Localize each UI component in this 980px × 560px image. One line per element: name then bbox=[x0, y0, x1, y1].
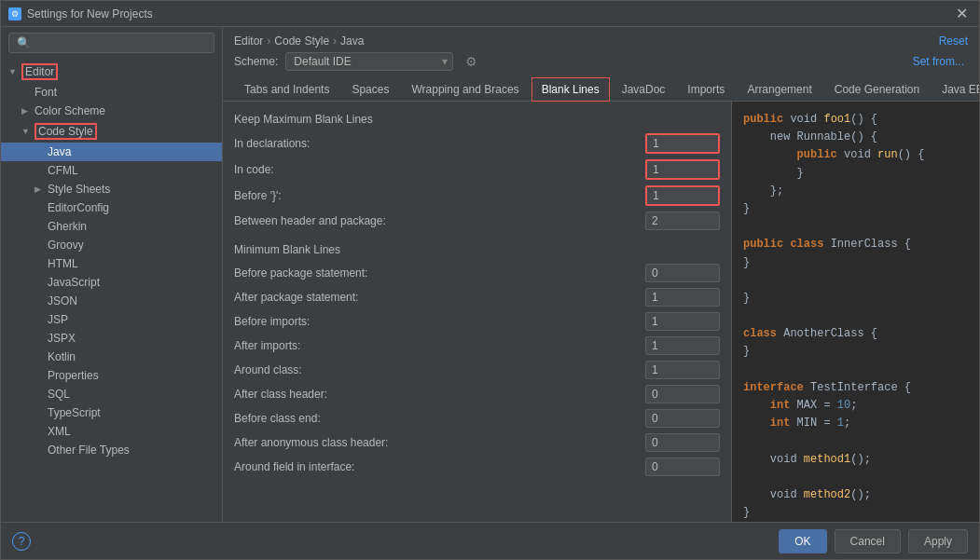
sidebar-item-html[interactable]: HTML ↺ bbox=[1, 254, 222, 273]
code-line bbox=[743, 362, 968, 379]
field-input-before-imports[interactable] bbox=[645, 312, 720, 331]
tab-code-generation[interactable]: Code Generation bbox=[824, 77, 930, 102]
field-row-around-field: Around field in interface: bbox=[234, 458, 720, 476]
tab-blank-lines[interactable]: Blank Lines bbox=[531, 77, 610, 102]
code-line: public class InnerClass { bbox=[743, 236, 968, 253]
tab-arrangement[interactable]: Arrangement bbox=[737, 77, 821, 102]
field-input-in-code[interactable] bbox=[645, 159, 720, 180]
close-button[interactable]: ✕ bbox=[952, 3, 972, 24]
sidebar-item-xml[interactable]: XML ↺ bbox=[1, 422, 222, 441]
field-row-after-imports: After imports: bbox=[234, 336, 720, 355]
sidebar-item-gherkin[interactable]: Gherkin ↺ bbox=[1, 217, 222, 236]
sidebar-item-style-sheets[interactable]: ▶ Style Sheets ↺ bbox=[1, 180, 222, 198]
field-input-after-class-header[interactable] bbox=[645, 385, 720, 403]
tab-tabs-indents[interactable]: Tabs and Indents bbox=[234, 77, 339, 102]
breadcrumb-java: Java bbox=[340, 34, 364, 48]
gear-button[interactable]: ⚙ bbox=[461, 51, 481, 72]
search-box[interactable]: 🔍 bbox=[8, 33, 214, 53]
sidebar-item-properties[interactable]: Properties ↺ bbox=[1, 366, 222, 385]
sidebar-item-label: HTML bbox=[48, 257, 78, 270]
sidebar-item-label: Font bbox=[35, 86, 57, 99]
sidebar-item-label: CFML bbox=[48, 164, 78, 177]
tab-java-ee-names[interactable]: Java EE Names bbox=[932, 77, 979, 102]
field-row-after-anon-class: After anonymous class header: bbox=[234, 433, 720, 452]
field-input-in-declarations[interactable] bbox=[645, 133, 720, 154]
sidebar-item-label: Gherkin bbox=[48, 220, 87, 233]
field-input-between-header[interactable] bbox=[645, 212, 720, 230]
breadcrumb-editor: Editor bbox=[234, 34, 263, 48]
field-input-around-field[interactable] bbox=[645, 458, 720, 476]
reset-link[interactable]: Reset bbox=[939, 34, 968, 48]
code-line bbox=[743, 432, 968, 450]
sidebar-item-json[interactable]: JSON ↺ bbox=[1, 292, 222, 310]
tab-spaces[interactable]: Spaces bbox=[341, 77, 399, 102]
code-line bbox=[743, 218, 968, 236]
sidebar-item-javascript[interactable]: JavaScript ↺ bbox=[1, 273, 222, 292]
field-input-after-package[interactable] bbox=[645, 288, 720, 307]
set-from-link[interactable]: Set from... bbox=[913, 55, 968, 68]
code-line: class AnotherClass { bbox=[743, 325, 968, 343]
sidebar-item-jspx[interactable]: JSPX ↺ bbox=[1, 329, 222, 348]
sidebar-item-typescript[interactable]: TypeScript ↺ bbox=[1, 403, 222, 422]
apply-button[interactable]: Apply bbox=[908, 529, 968, 553]
help-button[interactable]: ? bbox=[12, 532, 31, 551]
app-icon: ⚙ bbox=[8, 7, 21, 20]
sidebar-item-color-scheme[interactable]: ▶ Color Scheme ↺ bbox=[1, 102, 222, 120]
cancel-button[interactable]: Cancel bbox=[835, 529, 901, 553]
field-input-before-package[interactable] bbox=[645, 264, 720, 282]
sidebar-item-label: JSPX bbox=[48, 332, 76, 345]
sidebar-item-cfml[interactable]: CFML ↺ bbox=[1, 161, 222, 180]
sidebar-item-editorconfig[interactable]: EditorConfig ↺ bbox=[1, 198, 222, 217]
sidebar-item-label: TypeScript bbox=[48, 406, 101, 419]
code-line: }; bbox=[743, 183, 968, 200]
sidebar-item-kotlin[interactable]: Kotlin ↺ bbox=[1, 348, 222, 366]
ok-button[interactable]: OK bbox=[779, 529, 826, 553]
sidebar-item-other-file-types[interactable]: Other File Types ↺ bbox=[1, 441, 222, 459]
tab-javadoc[interactable]: JavaDoc bbox=[612, 77, 676, 102]
scheme-select-wrap: Default IDE Project bbox=[285, 52, 453, 71]
code-line: } bbox=[743, 504, 968, 522]
field-row-after-class-header: After class header: bbox=[234, 385, 720, 403]
scheme-dropdown[interactable]: Default IDE Project bbox=[285, 52, 453, 71]
settings-panel: Keep Maximum Blank Lines In declarations… bbox=[223, 102, 731, 522]
arrow-icon: ▼ bbox=[21, 127, 31, 136]
field-row-between-header: Between header and package: bbox=[234, 212, 720, 230]
field-input-after-anon-class[interactable] bbox=[645, 433, 720, 452]
field-row-before-imports: Before imports: bbox=[234, 312, 720, 331]
sidebar-item-java[interactable]: Java ↺ bbox=[1, 143, 222, 161]
sidebar-item-editor[interactable]: ▼ Editor bbox=[1, 61, 222, 83]
code-line: public void run() { bbox=[743, 146, 968, 164]
sidebar-item-label: Groovy bbox=[48, 239, 84, 252]
keep-max-title: Keep Maximum Blank Lines bbox=[234, 113, 720, 126]
code-line: } bbox=[743, 165, 968, 183]
tabs-bar: Tabs and Indents Spaces Wrapping and Bra… bbox=[223, 77, 979, 102]
field-input-before-rbrace[interactable] bbox=[645, 185, 720, 206]
field-row-after-package: After package statement: bbox=[234, 288, 720, 307]
content-area: 🔍 ▼ Editor Font ↺ ▶ Color Scheme ↺ bbox=[1, 27, 979, 522]
sidebar-item-sql[interactable]: SQL ↺ bbox=[1, 385, 222, 403]
sidebar-item-label: XML bbox=[48, 425, 71, 438]
field-input-before-class-end[interactable] bbox=[645, 409, 720, 428]
scheme-label: Scheme: bbox=[234, 55, 278, 68]
sidebar-item-code-style[interactable]: ▼ Code Style ↺ bbox=[1, 120, 222, 143]
sidebar-item-label: JSP bbox=[48, 313, 68, 326]
search-input[interactable] bbox=[35, 36, 206, 49]
scheme-bar: Scheme: Default IDE Project ⚙ Set from..… bbox=[223, 51, 979, 77]
sidebar-item-groovy[interactable]: Groovy ↺ bbox=[1, 236, 222, 254]
sidebar-item-label: SQL bbox=[48, 388, 70, 401]
field-input-around-class[interactable] bbox=[645, 361, 720, 379]
tab-imports[interactable]: Imports bbox=[677, 77, 735, 102]
field-label-after-class-header: After class header: bbox=[234, 388, 645, 401]
field-label-in-code: In code: bbox=[234, 163, 645, 176]
field-row-in-code: In code: bbox=[234, 159, 720, 180]
field-row-before-class-end: Before class end: bbox=[234, 409, 720, 428]
field-input-after-imports[interactable] bbox=[645, 336, 720, 355]
settings-code-area: Keep Maximum Blank Lines In declarations… bbox=[223, 102, 979, 522]
field-label-after-anon-class: After anonymous class header: bbox=[234, 436, 645, 449]
tab-wrapping-braces[interactable]: Wrapping and Braces bbox=[401, 77, 529, 102]
sidebar-item-font[interactable]: Font ↺ bbox=[1, 83, 222, 102]
sidebar-item-label: Style Sheets bbox=[48, 183, 110, 196]
sidebar: 🔍 ▼ Editor Font ↺ ▶ Color Scheme ↺ bbox=[1, 27, 223, 522]
sidebar-item-jsp[interactable]: JSP ↺ bbox=[1, 310, 222, 329]
field-label-after-package: After package statement: bbox=[234, 291, 645, 304]
